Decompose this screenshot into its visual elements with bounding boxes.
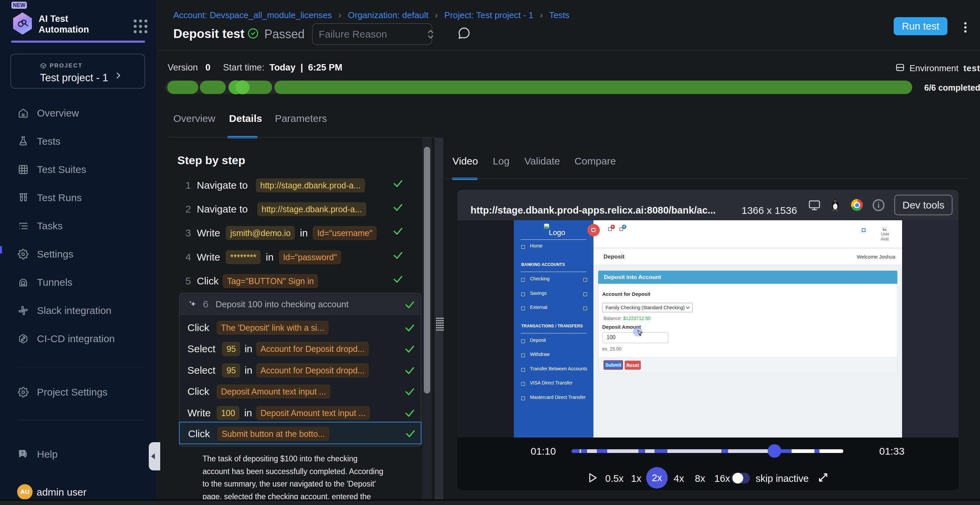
svg-text:?: ? — [21, 451, 24, 456]
